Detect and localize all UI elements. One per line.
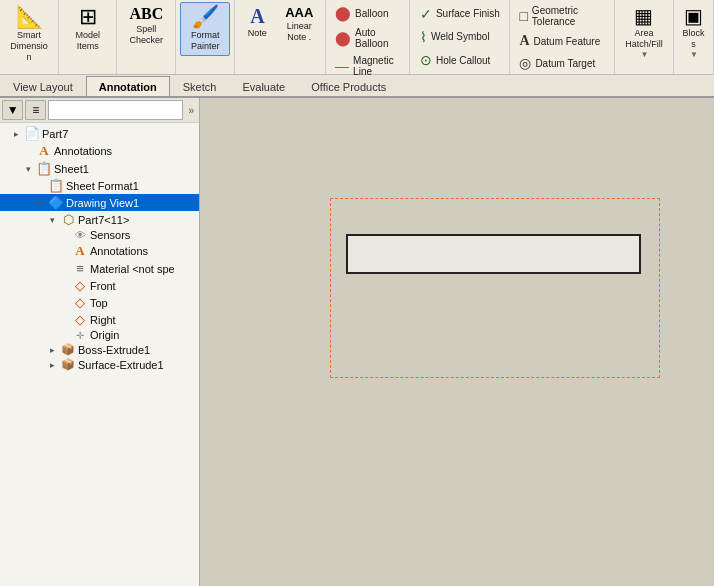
balloon-button[interactable]: ⬤ Balloon xyxy=(330,2,405,24)
magnetic-line-label: Magnetic Line xyxy=(353,55,400,77)
icon-sensors: 👁 xyxy=(72,229,88,241)
icon-part7-11: ⬡ xyxy=(60,212,76,227)
label-part7: Part7 xyxy=(42,128,68,140)
model-items-icon: ⊞ xyxy=(79,6,97,28)
tree-item-material[interactable]: ≡ Material <not spe xyxy=(0,260,199,277)
datum-feature-icon: A xyxy=(519,33,529,49)
tree-item-sheet-format1[interactable]: 📋 Sheet Format1 xyxy=(0,177,199,194)
format-painter-button[interactable]: 🖌️ Format Painter xyxy=(180,2,230,56)
weld-symbol-icon: ⌇ xyxy=(420,29,427,45)
icon-origin: ✛ xyxy=(72,330,88,341)
toggle-part7-11[interactable]: ▾ xyxy=(50,215,60,225)
config-icon: ≡ xyxy=(32,103,39,117)
linear-note-label: Linear Note . xyxy=(282,21,316,43)
tab-annotation[interactable]: Annotation xyxy=(86,76,170,96)
icon-annotations-root: A xyxy=(36,143,52,159)
tree-item-drawing-view1[interactable]: ▾ 🔷 Drawing View1 xyxy=(0,194,199,211)
icon-front: ◇ xyxy=(72,278,88,293)
tree-item-front[interactable]: ◇ Front xyxy=(0,277,199,294)
label-sensors: Sensors xyxy=(90,229,130,241)
toggle-part7[interactable]: ▸ xyxy=(14,129,24,139)
area-hatch-fill-icon: ▦ xyxy=(634,6,653,26)
tree-item-right[interactable]: ◇ Right xyxy=(0,311,199,328)
label-drawing-view1: Drawing View1 xyxy=(66,197,139,209)
weld-symbol-button[interactable]: ⌇ Weld Symbol xyxy=(415,26,505,48)
weld-symbol-label: Weld Symbol xyxy=(431,31,490,42)
linear-note-button[interactable]: AAA Linear Note . xyxy=(277,2,321,47)
group-model-items: ⊞ Model Items xyxy=(59,0,117,74)
tree-item-boss-extrude1[interactable]: ▸ 📦 Boss-Extrude1 xyxy=(0,342,199,357)
spell-checker-button[interactable]: ABC Spell Checker xyxy=(121,2,171,50)
tree-item-surface-extrude1[interactable]: ▸ 📦 Surface-Extrude1 xyxy=(0,357,199,372)
label-boss-extrude1: Boss-Extrude1 xyxy=(78,344,150,356)
tree-item-top[interactable]: ◇ Top xyxy=(0,294,199,311)
group-note: A Note AAA Linear Note . xyxy=(235,0,326,74)
tree-item-origin[interactable]: ✛ Origin xyxy=(0,328,199,342)
datum-target-button[interactable]: ◎ Datum Target xyxy=(514,52,610,74)
magnetic-line-icon: — xyxy=(335,58,349,74)
tab-evaluate[interactable]: Evaluate xyxy=(229,76,298,96)
group-smart-dimension: 📐 Smart Dimension xyxy=(0,0,59,74)
area-hatch-fill-button[interactable]: ▦ Area Hatch/Fill ▼ xyxy=(619,2,669,63)
blocks-label: Blocks xyxy=(680,28,706,50)
filter-icon: ▼ xyxy=(7,103,19,117)
blocks-icon: ▣ xyxy=(684,6,703,26)
main-area: ▼ ≡ » ▸ 📄 Part7 A Annotations xyxy=(0,98,714,586)
ribbon: 📐 Smart Dimension ⊞ Model Items ABC Spel… xyxy=(0,0,714,98)
label-annotations-dv: Annotations xyxy=(90,245,148,257)
smart-dimension-label: Smart Dimension xyxy=(9,30,49,62)
sidebar-config-button[interactable]: ≡ xyxy=(25,100,46,120)
label-sheet1: Sheet1 xyxy=(54,163,89,175)
tree-item-annotations-dv[interactable]: A Annotations xyxy=(0,242,199,260)
auto-balloon-icon: ⬤ xyxy=(335,30,351,46)
hole-callout-button[interactable]: ⊙ Hole Callout xyxy=(415,49,505,71)
blocks-button[interactable]: ▣ Blocks ▼ xyxy=(675,2,711,63)
tree-item-sensors[interactable]: 👁 Sensors xyxy=(0,228,199,242)
datum-target-icon: ◎ xyxy=(519,55,531,71)
icon-annotations-dv: A xyxy=(72,243,88,259)
canvas-area xyxy=(200,98,714,586)
toggle-boss-extrude1[interactable]: ▸ xyxy=(50,345,60,355)
toggle-sheet1[interactable]: ▾ xyxy=(26,164,36,174)
label-sheet-format1: Sheet Format1 xyxy=(66,180,139,192)
icon-surface-extrude1: 📦 xyxy=(60,358,76,371)
smart-dimension-button[interactable]: 📐 Smart Dimension xyxy=(4,2,54,66)
format-painter-label: Format Painter xyxy=(185,30,225,52)
sidebar-search-input[interactable] xyxy=(48,100,183,120)
tab-office-products[interactable]: Office Products xyxy=(298,76,399,96)
tree-item-sheet1[interactable]: ▾ 📋 Sheet1 xyxy=(0,160,199,177)
tree-item-annotations-root[interactable]: A Annotations xyxy=(0,142,199,160)
model-items-button[interactable]: ⊞ Model Items xyxy=(63,2,112,56)
smart-dimension-icon: 📐 xyxy=(16,6,43,28)
icon-part7: 📄 xyxy=(24,126,40,141)
tab-sketch[interactable]: Sketch xyxy=(170,76,230,96)
format-painter-icon: 🖌️ xyxy=(192,6,219,28)
tab-view-layout[interactable]: View Layout xyxy=(0,76,86,96)
group-spell-checker: ABC Spell Checker xyxy=(117,0,176,74)
tree-item-part7[interactable]: ▸ 📄 Part7 xyxy=(0,125,199,142)
icon-right: ◇ xyxy=(72,312,88,327)
label-part7-11: Part7<11> xyxy=(78,214,129,226)
datum-feature-button[interactable]: A Datum Feature xyxy=(514,30,610,52)
auto-balloon-button[interactable]: ⬤ Auto Balloon xyxy=(330,24,405,52)
linear-note-icon: AAA xyxy=(285,6,313,19)
sidebar-expand-button[interactable]: » xyxy=(185,105,197,116)
group-format-painter: 🖌️ Format Painter xyxy=(176,0,235,74)
drawing-canvas[interactable] xyxy=(200,98,714,586)
hole-callout-icon: ⊙ xyxy=(420,52,432,68)
toggle-surface-extrude1[interactable]: ▸ xyxy=(50,360,60,370)
sidebar-filter-button[interactable]: ▼ xyxy=(2,100,23,120)
icon-sheet1: 📋 xyxy=(36,161,52,176)
label-origin: Origin xyxy=(90,329,119,341)
surface-finish-button[interactable]: ✓ Surface Finish xyxy=(415,3,505,25)
balloon-icon: ⬤ xyxy=(335,5,351,21)
geometric-tolerance-icon: □ xyxy=(519,8,527,24)
datum-target-label: Datum Target xyxy=(535,58,595,69)
geometric-tolerance-button[interactable]: □ Geometric Tolerance xyxy=(514,2,610,30)
surface-finish-icon: ✓ xyxy=(420,6,432,22)
note-button[interactable]: A Note xyxy=(239,2,275,43)
area-hatch-fill-label: Area Hatch/Fill xyxy=(624,28,664,50)
toggle-drawing-view1[interactable]: ▾ xyxy=(38,198,48,208)
hole-callout-label: Hole Callout xyxy=(436,55,490,66)
tree-item-part7-11[interactable]: ▾ ⬡ Part7<11> xyxy=(0,211,199,228)
